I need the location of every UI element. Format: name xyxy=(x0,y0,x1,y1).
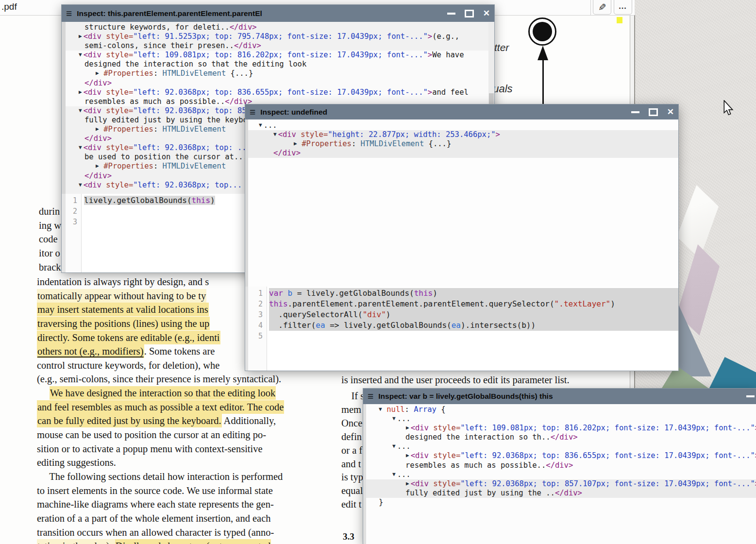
line-number-gutter: 123 xyxy=(66,194,82,272)
window-titlebar[interactable]: ≡ Inspect: undefined ✕ xyxy=(245,104,678,119)
menu-icon[interactable]: ≡ xyxy=(66,6,72,21)
code-area[interactable]: var b = lively.getGlobalBounds(this)this… xyxy=(268,287,678,371)
pdf-file-label: .pdf xyxy=(1,1,17,12)
menu-icon[interactable]: ≡ xyxy=(368,389,373,404)
figure-label-letter: tter xyxy=(494,42,509,53)
state-diagram-end-dot xyxy=(533,22,552,41)
window-title: Inspect: var b = lively.getGlobalBounds(… xyxy=(378,392,553,401)
minimize-icon[interactable] xyxy=(447,13,455,15)
doc-right-fragments: If smemOncedefinor a fand tis typequaled… xyxy=(341,390,364,511)
code-editor[interactable]: 12345 var b = lively.getGlobalBounds(thi… xyxy=(245,287,678,371)
annotation-handle[interactable] xyxy=(617,17,622,23)
pencil-icon: ✎ xyxy=(598,2,606,12)
ellipsis-icon: ▪▪▪ xyxy=(619,4,627,12)
menu-icon[interactable]: ≡ xyxy=(250,105,255,119)
maximize-icon[interactable] xyxy=(465,10,474,17)
dom-tree[interactable]: ▼...▼<div style="height: 22.877px; width… xyxy=(245,119,678,287)
desktop: tter quals durining wcodeitor obrack ind… xyxy=(0,0,756,544)
annotate-button[interactable]: ✎ xyxy=(593,0,611,15)
mouse-cursor xyxy=(722,100,734,118)
minimize-icon[interactable] xyxy=(746,395,755,397)
close-icon[interactable]: ✕ xyxy=(483,9,490,17)
object-tree[interactable]: ▼ null: Array {▼...▶<div style="left: 10… xyxy=(363,404,756,544)
doc-right-column-line: is inserted and the user proceeds to edi… xyxy=(341,373,570,387)
window-titlebar[interactable]: ≡ Inspect: var b = lively.getGlobalBound… xyxy=(363,389,756,404)
minimize-icon[interactable] xyxy=(631,111,639,113)
inspector-window-undefined[interactable]: ≡ Inspect: undefined ✕ ▼...▼<div style="… xyxy=(245,104,678,371)
window-title: Inspect: undefined xyxy=(260,108,327,117)
more-options-button[interactable]: ▪▪▪ xyxy=(614,0,632,15)
maximize-icon[interactable] xyxy=(649,108,658,116)
doc-left-fragments: durining wcodeitor obrack xyxy=(39,204,61,274)
inspector-window-bounds-result[interactable]: ≡ Inspect: var b = lively.getGlobalBound… xyxy=(363,389,756,544)
close-icon[interactable]: ✕ xyxy=(667,108,674,116)
doc-section-number: 3.3 xyxy=(343,531,354,542)
window-title: Inspect: this.parentElement.parentElemen… xyxy=(77,9,262,18)
line-number-gutter: 12345 xyxy=(248,287,267,371)
toolbar-divider xyxy=(590,0,591,15)
window-titlebar[interactable]: ≡ Inspect: this.parentElement.parentElem… xyxy=(62,5,494,22)
